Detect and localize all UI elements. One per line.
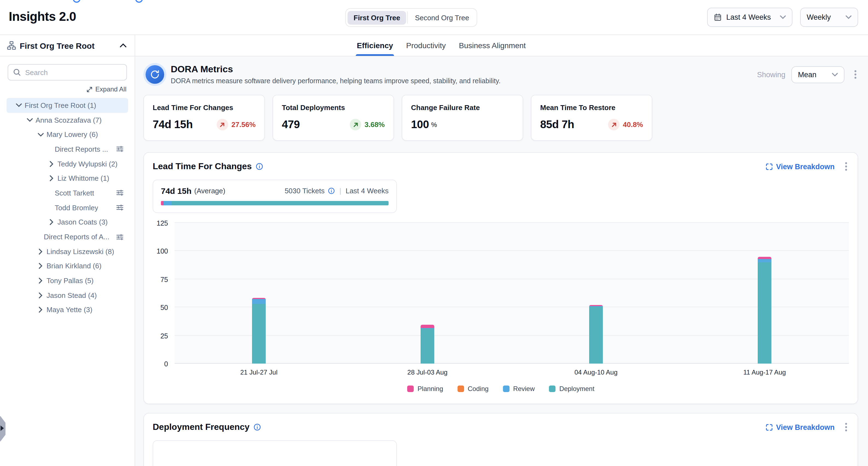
sidebar-header: First Org Tree Root [0,35,135,56]
stacked-bar[interactable] [252,298,266,363]
legend-label: Coding [468,385,489,392]
legend-label: Review [513,385,535,392]
tree-item-label: Todd Bromley [55,203,98,212]
summary-value: 74d 15h [161,186,191,196]
deployment-header-actions: View Breakdown [766,421,849,433]
metric-card-change-failure-rate: Change Failure Rate100% [402,95,523,141]
toggle-divider [407,11,408,24]
search-input[interactable] [25,68,122,77]
bar-column [343,223,512,363]
tree-item[interactable]: Todd Bromley [6,200,128,215]
tree-item[interactable]: Teddy Wylupski (2) [6,156,128,171]
chevron-right-icon[interactable] [36,263,45,269]
y-tick-label: 125 [157,220,168,227]
tree-item[interactable]: Tony Pallas (5) [6,273,128,288]
deployment-card-header: Deployment Frequency View Breakdown [153,421,849,433]
tree-item[interactable]: Lindsay Liszewski (8) [6,244,128,259]
x-tick-label: 11 Aug-17 Aug [680,369,849,376]
metric-card-value: 74d 15h [153,118,193,131]
tree-item[interactable]: Anna Scozzafava (7) [6,113,128,127]
tab-productivity[interactable]: Productivity [405,35,447,56]
legend-swatch [549,385,556,392]
tree-item-label: Tony Pallas (5) [46,276,94,285]
expand-all-button[interactable]: Expand All [0,85,126,93]
dora-kebab-menu[interactable] [853,68,858,81]
chevron-down-icon[interactable] [14,103,23,108]
toggle-first-org-tree[interactable]: First Org Tree [347,11,406,24]
info-icon[interactable] [253,423,261,431]
page: Insights 2.0 First Org Tree Second Org T… [0,0,868,466]
metric-card-lead-time-for-changes: Lead Time For Changes74d 15h27.56% [144,95,265,141]
deployment-summary-box [153,440,397,466]
tab-business-alignment[interactable]: Business Alignment [458,35,527,56]
info-icon[interactable] [328,187,335,195]
granularity-select[interactable]: Weekly [800,8,858,27]
trend-up-arrow-icon [217,119,228,130]
dora-title: DORA Metrics [171,64,757,75]
tree-item-label: Direct Reports of A... [44,233,110,241]
metric-card-value-row: 85d 7h40.8% [540,118,643,131]
tree-item-label: Jason Coats (3) [58,218,108,227]
trend-badge: 27.56% [217,119,256,130]
chevron-right-icon[interactable] [36,292,45,298]
chevron-down-icon[interactable] [36,132,45,137]
tab-efficiency[interactable]: Efficiency [356,35,394,56]
tree-item[interactable]: Maya Yette (3) [6,302,128,317]
showing-value: Mean [798,70,816,79]
metric-card-mean-time-to-restore: Mean Time To Restore85d 7h40.8% [531,95,652,141]
chevron-right-icon[interactable] [47,219,56,225]
legend-swatch [407,385,414,392]
chevron-right-icon[interactable] [36,248,45,254]
tree-item[interactable]: Direct Reports of A... [6,229,128,244]
chevron-right-icon[interactable] [47,175,56,181]
chevron-right-icon[interactable] [47,161,56,167]
view-breakdown-button[interactable]: View Breakdown [766,423,835,431]
tree-item[interactable]: Scott Tarkett [6,186,128,200]
tree-item[interactable]: Jason Stead (4) [6,288,128,302]
showing-select[interactable]: Mean [792,66,844,83]
toggle-second-org-tree[interactable]: Second Org Tree [409,11,475,24]
org-tree-sidebar: First Org Tree Root Expand All First Org… [0,35,135,466]
x-tick-label: 21 Jul-27 Jul [175,369,343,376]
stacked-bar[interactable] [589,305,603,363]
filter-sliders-icon[interactable] [116,204,124,211]
filter-sliders-icon[interactable] [116,233,124,241]
summary-range: Last 4 Weeks [346,187,389,195]
showing-group: Showing Mean [757,66,858,83]
tree-item[interactable]: First Org Tree Root (1) [6,98,128,113]
y-tick-label: 100 [157,248,168,256]
org-tree-toggle: First Org Tree Second Org Tree [345,8,477,27]
legend-swatch [503,385,509,392]
deployment-kebab-menu[interactable] [843,421,849,433]
chevron-down-icon[interactable] [25,118,34,122]
sidebar-collapse-button[interactable] [119,42,127,49]
tree-item[interactable]: Jason Coats (3) [6,215,128,229]
tree-item[interactable]: Brian Kirkland (6) [6,259,128,273]
lead-time-kebab-menu[interactable] [843,161,849,173]
stacked-bar[interactable] [758,257,771,363]
y-tick-label: 75 [160,276,168,284]
date-range-select[interactable]: Last 4 Weeks [707,8,793,27]
tree-item[interactable]: Mary Lowery (6) [6,127,128,142]
summary-row: 74d 15h (Average) 5030 Tickets | Last 4 … [161,186,389,196]
bar-column [512,223,680,363]
cutoff-blue-fragment [135,0,143,3]
tree-item[interactable]: Direct Reports ... [6,142,128,156]
info-icon[interactable] [256,163,263,170]
y-tick-label: 25 [160,332,168,340]
metric-card-title: Lead Time For Changes [153,104,256,112]
view-breakdown-button[interactable]: View Breakdown [766,163,835,171]
dora-metrics-header: DORA Metrics DORA metrics measure softwa… [144,63,858,85]
granularity-value: Weekly [807,13,831,21]
filter-sliders-icon[interactable] [116,189,124,197]
dora-titles: DORA Metrics DORA metrics measure softwa… [171,64,757,85]
chevron-right-icon[interactable] [36,307,45,313]
tabs-row: EfficiencyProductivityBusiness Alignment [135,35,868,56]
chevron-right-icon[interactable] [36,278,45,284]
tree-item[interactable]: Liz Whittome (1) [6,171,128,186]
metric-card-value-row: 74d 15h27.56% [153,118,256,131]
filter-sliders-icon[interactable] [116,145,124,153]
metric-cards: Lead Time For Changes74d 15h27.56%Total … [144,95,858,141]
stacked-bar[interactable] [421,325,434,363]
metric-card-total-deployments: Total Deployments4793.68% [273,95,394,141]
